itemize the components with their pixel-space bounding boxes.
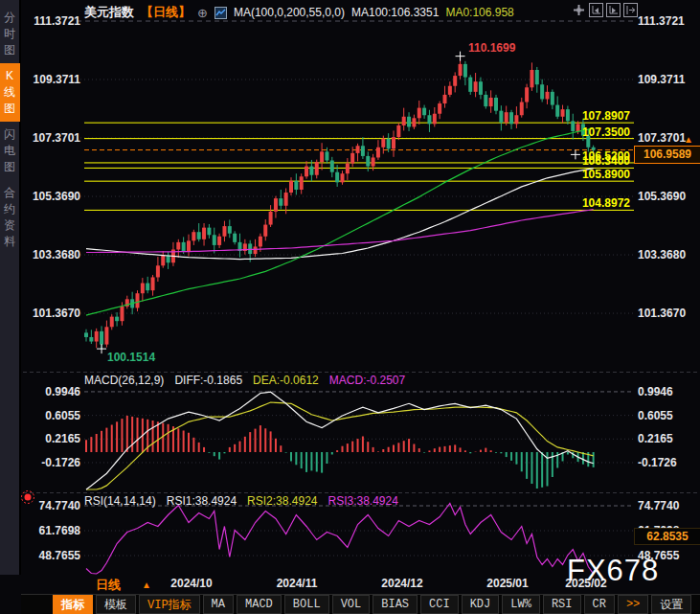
price-up-arrow-icon: ▲ xyxy=(684,135,693,145)
macd-y-axis-label: 0.9946 xyxy=(638,385,699,398)
ma-line-ma100 xyxy=(86,169,594,260)
trading-app-window: 分时图K线图闪电图合约资料 美元指数【日线】 ⊕ MA(100,0,200,55… xyxy=(0,0,700,614)
ma100-value: MA100:106.3351 xyxy=(351,6,439,19)
toolbar-item-kdj[interactable]: KDJ xyxy=(462,595,500,614)
add-indicator-icon[interactable]: ⊕ xyxy=(197,6,208,20)
sidebar-item-3[interactable]: 合约资料 xyxy=(0,180,20,255)
main-y-axis-label: 107.3701 xyxy=(23,131,80,145)
x-axis-label: 2024/10 xyxy=(170,577,212,590)
rsi1-value: RSI1:38.4924 xyxy=(167,494,237,508)
symbol-title: 美元指数 xyxy=(84,4,134,21)
chart-window-controls xyxy=(572,3,638,17)
sidebar-item-char: 约 xyxy=(4,201,15,217)
macd-histogram xyxy=(86,416,594,489)
zoom-axis-left-icon[interactable] xyxy=(589,3,603,17)
period-selector[interactable]: 日线 xyxy=(96,577,121,594)
ma-line-ma55 xyxy=(86,128,594,315)
sidebar-item-char: 线 xyxy=(4,84,15,101)
sidebar-item-char: 时 xyxy=(4,26,15,42)
macd-y-axis-label: 0.6055 xyxy=(638,409,699,422)
rsi-y-axis-label: 74.7740 xyxy=(23,499,80,512)
macd-y-axis-label: -0.1726 xyxy=(23,456,80,469)
main-y-axis-label: 101.3670 xyxy=(638,307,699,320)
macd-dea-value: DEA:-0.0612 xyxy=(253,374,319,387)
sidebar-item-2[interactable]: 闪电图 xyxy=(0,122,20,180)
macd-macd-value: MACD:-0.2507 xyxy=(329,374,405,387)
sidebar-item-char: 料 xyxy=(4,234,15,250)
sidebar-item-char: 分 xyxy=(4,10,15,26)
x-axis-label: 2025/01 xyxy=(486,577,528,590)
price-level-label: 105.8900 xyxy=(582,168,630,181)
toolbar-item-more[interactable]: >> xyxy=(618,595,648,614)
sidebar-item-char: 图 xyxy=(4,101,15,117)
main-y-axis-label: 111.3721 xyxy=(638,14,699,28)
macd-diff-value: DIFF:-0.1865 xyxy=(174,374,242,387)
main-y-axis-label: 109.3711 xyxy=(23,73,80,86)
toolbar-item-boll[interactable]: BOLL xyxy=(284,595,329,614)
toolbar-item-vip指标[interactable]: VIP指标 xyxy=(139,595,200,614)
main-y-axis-label: 105.3690 xyxy=(23,190,80,203)
macd-y-axis-label: 0.9946 xyxy=(23,385,80,398)
macd-y-axis-label: 0.2165 xyxy=(23,432,80,445)
high-price-label: 110.1699 xyxy=(468,41,515,55)
x-axis-label: 2024/11 xyxy=(277,577,318,590)
zoom-axis-right-icon[interactable] xyxy=(606,3,621,17)
candlestick-series xyxy=(84,57,596,350)
toolbar-item-macd[interactable]: MACD xyxy=(237,595,282,614)
toolbar-item-bias[interactable]: BIAS xyxy=(373,595,418,614)
toolbar-item-rsi[interactable]: RSI xyxy=(543,595,581,614)
sidebar-item-0[interactable]: 分时图 xyxy=(0,5,20,63)
rsi2-value: RSI2:38.4924 xyxy=(247,494,317,508)
cursor-cross-marker xyxy=(571,149,580,159)
ma-line-ma200 xyxy=(86,210,594,253)
main-y-axis-label: 109.3711 xyxy=(638,73,699,86)
toolbar-item-指标[interactable]: 指标 xyxy=(53,595,93,614)
macd-y-axis-label: 0.6055 xyxy=(23,409,80,422)
sidebar-item-char: K xyxy=(6,68,13,84)
rsi3-value: RSI3:38.4924 xyxy=(328,494,398,508)
move-icon[interactable] xyxy=(572,3,586,17)
macd-name: MACD(26,12,9) xyxy=(84,374,164,387)
sidebar-item-char: 闪 xyxy=(4,126,15,143)
main-y-axis-label: 101.3670 xyxy=(23,307,80,320)
main-y-axis-label: 111.3721 xyxy=(23,14,80,28)
toolbar-item-模板[interactable]: 模板 xyxy=(96,595,136,614)
macd-panel-header: MACD(26,12,9) DIFF:-0.1865 DEA:-0.0612 M… xyxy=(84,374,405,387)
current-price-badge: 106.9589 xyxy=(634,146,700,164)
low-price-label: 100.1514 xyxy=(107,351,155,364)
chart-canvas[interactable] xyxy=(0,0,700,614)
toolbar-item-设置[interactable]: 设置 xyxy=(651,595,691,614)
price-level-label: 106.3400 xyxy=(582,154,630,168)
sidebar-item-char: 电 xyxy=(4,143,15,159)
jump-to-latest-icon[interactable] xyxy=(623,3,638,17)
mini-chart-icon[interactable] xyxy=(215,7,227,19)
toolbar-item-ma[interactable]: MA xyxy=(203,595,234,614)
price-level-label: 104.8972 xyxy=(582,196,630,210)
price-level-label: 107.3500 xyxy=(582,125,630,139)
fx678-watermark: FX678 xyxy=(567,554,659,588)
chart-header: 美元指数【日线】 ⊕ MA(100,0,200,55,0,0) MA100:10… xyxy=(84,4,514,21)
period-dropdown-arrow-icon[interactable]: ▲ xyxy=(142,580,151,590)
macd-y-axis-label: -0.1726 xyxy=(638,456,699,469)
cursor-cross-marker xyxy=(97,344,106,353)
toolbar-item-lw%[interactable]: LW% xyxy=(502,595,540,614)
main-y-axis-label: 105.3690 xyxy=(638,190,699,203)
rsi-name: RSI(14,14,14) xyxy=(84,494,156,508)
chart-type-sidebar: 分时图K线图闪电图合约资料 xyxy=(0,0,21,575)
ma-settings-label: MA(100,0,200,55,0,0) xyxy=(234,6,345,19)
toolbar-item-vol[interactable]: VOL xyxy=(332,595,371,614)
toolbar-item-cr[interactable]: CR xyxy=(584,595,615,614)
rsi-line xyxy=(86,504,594,575)
toolbar-item-cci[interactable]: CCI xyxy=(420,595,459,614)
sidebar-item-1[interactable]: K线图 xyxy=(0,63,20,122)
period-tag: 【日线】 xyxy=(141,4,191,21)
sidebar-item-char: 资 xyxy=(4,217,15,234)
macd-y-axis-label: 0.2165 xyxy=(638,432,699,445)
indicator-toolbar: 指标模板VIP指标MAMACDBOLLVOLBIASCCIKDJLW%RSICR… xyxy=(21,594,700,614)
ma0-value: MA0:106.958 xyxy=(445,6,513,19)
rsi-value-badge: 62.8535 xyxy=(634,528,700,545)
sidebar-item-char: 合 xyxy=(4,185,15,201)
sidebar-item-char: 图 xyxy=(4,159,15,175)
sidebar-item-char: 图 xyxy=(4,42,15,58)
x-axis-label: 2024/12 xyxy=(381,577,422,590)
